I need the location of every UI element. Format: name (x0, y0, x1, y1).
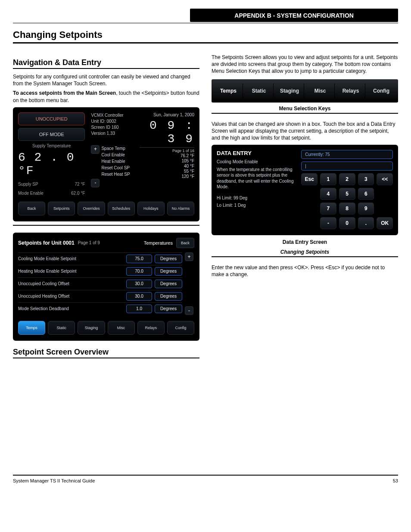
setpoints-tab-label: Temperatures (144, 240, 173, 246)
key-esc[interactable]: Esc (301, 173, 318, 185)
key-6[interactable]: 6 (358, 188, 374, 200)
plus-button[interactable]: + (91, 145, 100, 154)
sp-value-heating[interactable]: 70.0 (126, 267, 152, 276)
de-input-field[interactable]: | (301, 162, 393, 171)
row-cool-enable: Cool Enable (101, 152, 133, 158)
mode-enable-label: Mode Enable (18, 191, 44, 196)
keypad: Esc 1 2 3 << 4 5 6 7 8 9 (301, 173, 393, 229)
supply-temp-label: Supply Temperature (18, 143, 85, 148)
row-space-temp: Space Temp (101, 146, 133, 152)
setpoints-back-button[interactable]: Back (176, 238, 194, 248)
page-title: Changing Setpoints (13, 26, 398, 44)
divider (212, 256, 398, 257)
divider (13, 225, 199, 226)
menukey-misc[interactable]: Misc (306, 84, 335, 98)
menu-paragraph: The Setpoints Screen allows you to view … (212, 54, 398, 75)
section-title: APPENDIX B - SYSTEM CONFIGURATION (190, 9, 398, 22)
tab-staging[interactable]: Staging (78, 321, 105, 335)
status-clock: 0 9 : 3 9 (140, 119, 194, 146)
tab-relays[interactable]: Relays (137, 321, 165, 335)
sp-row-unocc-heat: Unoccupied Heating Offset 30.0 Degrees (18, 290, 182, 302)
supply-sp-value: 72 °F (75, 182, 85, 187)
key-3[interactable]: 3 (358, 173, 374, 185)
menukey-temps[interactable]: Temps (214, 84, 243, 98)
nav-holidays[interactable]: Holidays (137, 202, 165, 215)
de-caption-1: Data Entry Screen (212, 239, 398, 246)
controller-label: VCMX Controller (91, 112, 133, 118)
version: Version 1.33 (91, 131, 133, 137)
status-nav: Back Setpoints Overrides Schedules Holid… (18, 202, 194, 215)
menu-selection-keys: Temps Static Staging Misc Relays Config (212, 79, 398, 103)
row-heat-enable: Heat Enable (101, 159, 133, 165)
badge-offmode: OFF MODE (18, 128, 85, 141)
de-hi-limit: Hi Limit: 99 Deg (217, 195, 294, 201)
tab-config[interactable]: Config (167, 321, 194, 335)
key-ok[interactable]: OK (377, 217, 393, 229)
menukey-staging[interactable]: Staging (275, 84, 304, 98)
footer-page-number: 53 (393, 478, 398, 483)
sp-unit: Degrees (155, 255, 182, 263)
de-setpoint-name: Cooling Mode Enable (217, 159, 294, 165)
menu-caption: Menu Selection Keys (212, 105, 398, 112)
nav-back[interactable]: Back (18, 202, 45, 215)
nav-overrides[interactable]: Overrides (78, 202, 105, 215)
status-date: Sun, January 1, 2000 (140, 112, 194, 117)
left-column: Navigation & Data Entry Setpoints for an… (13, 51, 199, 363)
unit-id: Unit ID: 0002 (91, 118, 133, 124)
key-4[interactable]: 4 (320, 188, 336, 200)
row-reset-cool: Reset Cool SP (101, 165, 133, 171)
setpoints-screen: Setpoints for Unit 0001 Page 1 of 9 Temp… (13, 233, 199, 341)
supply-temp-value: 6 2 . 0 °F (18, 151, 85, 177)
intro-paragraph-1: Setpoints for any configured unit contro… (13, 73, 199, 87)
de-description: When the temperature at the controlling … (217, 167, 294, 190)
tab-static[interactable]: Static (48, 321, 75, 335)
sp-value-cooling[interactable]: 75.0 (126, 255, 152, 263)
status-screen: UNOCCUPIED OFF MODE Supply Temperature 6… (13, 107, 199, 221)
status-page: Page 1 of 16 (140, 149, 194, 153)
sp-minus-button[interactable]: - (185, 306, 193, 315)
de-current-value: Currently: 75 (301, 150, 393, 159)
screen-id: Screen ID 160 (91, 124, 133, 131)
key-minus[interactable]: - (320, 217, 336, 229)
tab-misc[interactable]: Misc (108, 321, 135, 335)
menukey-static[interactable]: Static (245, 84, 274, 98)
nav-setpoints[interactable]: Setpoints (48, 202, 75, 215)
sp-row-cooling-enable: Cooling Mode Enable Setpoint 75.0 Degree… (18, 252, 182, 265)
key-0[interactable]: 0 (339, 217, 355, 229)
de-lo-limit: Lo Limit: 1 Deg (217, 202, 294, 208)
key-backspace[interactable]: << (377, 173, 393, 185)
key-7[interactable]: 7 (320, 202, 336, 215)
key-5[interactable]: 5 (339, 188, 355, 200)
nav-schedules[interactable]: Schedules (108, 202, 135, 215)
badge-unoccupied: UNOCCUPIED (18, 112, 85, 125)
minus-button[interactable]: - (91, 179, 100, 187)
sp-plus-button[interactable]: + (185, 252, 193, 261)
key-9[interactable]: 9 (358, 202, 374, 215)
value-paragraph: Values that can be changed are shown in … (212, 121, 398, 142)
top-header: APPENDIX B - SYSTEM CONFIGURATION (13, 9, 398, 23)
footer-doc-title: System Manager TS II Technical Guide (13, 478, 95, 483)
mode-enable-value: 62.0 °F (71, 191, 85, 196)
tab-temps[interactable]: Temps (18, 321, 45, 335)
setpoints-title: Setpoints for Unit 0001 (18, 240, 75, 246)
right-column: The Setpoints Screen allows you to view … (212, 51, 398, 363)
key-1[interactable]: 1 (320, 173, 336, 185)
intro-heading: Navigation & Data Entry (13, 58, 199, 69)
sp-row-heating-enable: Heating Mode Enable Setpoint 70.0 Degree… (18, 265, 182, 277)
row-reset-heat: Reset Heat SP (101, 171, 133, 177)
intro-paragraph-2: To access setpoints from the Main Screen… (13, 90, 199, 103)
key-2[interactable]: 2 (339, 173, 355, 185)
key-dot[interactable]: . (358, 217, 374, 229)
menukey-config[interactable]: Config (367, 84, 395, 98)
divider (212, 113, 398, 114)
sp-row-unocc-cool: Unoccupied Cooling Offset 30.0 Degrees (18, 277, 182, 290)
setpoint-overview-heading: Setpoint Screen Overview (13, 348, 199, 358)
menukey-relays[interactable]: Relays (336, 84, 365, 98)
key-8[interactable]: 8 (339, 202, 355, 215)
sp-tabbar: Temps Static Staging Misc Relays Config (18, 321, 194, 335)
enter-paragraph: Enter the new value and then press <OK>.… (212, 264, 398, 278)
de-caption-2: Changing Setpoints (212, 249, 398, 255)
page-footer: System Manager TS II Technical Guide 53 (13, 475, 398, 483)
sp-row-deadband: Mode Selection Deadband 1.0 Degrees (18, 302, 182, 315)
nav-noalarms[interactable]: No Alarms (167, 202, 194, 215)
